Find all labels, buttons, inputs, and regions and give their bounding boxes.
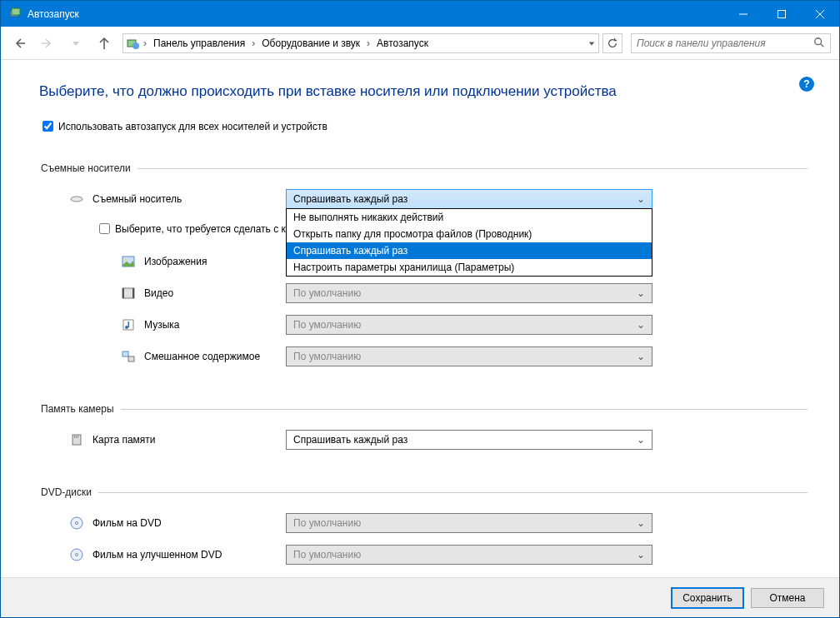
dvd-icon [69,516,84,530]
mixed-label: Смешанное содержимое [144,351,260,362]
help-icon[interactable]: ? [799,77,814,92]
chevron-down-icon: ⌄ [637,549,648,561]
refresh-button[interactable] [602,33,622,53]
dvd-enhanced-icon [69,548,84,561]
svg-point-31 [76,522,78,525]
option-ask[interactable]: Спрашивать каждый раз [287,242,652,259]
breadcrumbs: Панель управления › Оборудование и звук … [148,34,583,52]
chevron-down-icon: ⌄ [637,319,648,331]
camera-label: Карта памяти [92,434,156,446]
svg-marker-12 [588,42,593,45]
search-box[interactable] [631,33,831,53]
svg-point-13 [815,37,822,44]
chevron-down-icon: ⌄ [637,287,648,299]
option-open-folder[interactable]: Открыть папку для просмотра файлов (Пров… [287,226,652,242]
chevron-right-icon[interactable]: › [250,37,257,49]
svg-rect-19 [122,288,124,298]
svg-rect-24 [122,351,128,356]
mixed-icon [121,350,136,363]
svg-line-14 [821,43,824,47]
group-camera: Память камеры Карта памяти Спрашивать ка… [39,403,808,461]
images-icon [121,255,136,268]
dvd2-label: Фильм на улучшенном DVD [92,549,222,561]
nav-toolbar: › Панель управления › Оборудование и зву… [1,27,839,60]
svg-rect-27 [74,436,75,438]
forward-button[interactable] [38,33,58,53]
chevron-right-icon[interactable]: › [365,37,372,49]
group-dvd: DVD-диски Фильм на DVD По умолчанию⌄ Фил… [39,486,808,576]
content-area: ? Выберите, что должно происходить при в… [1,60,839,577]
svg-rect-23 [128,321,130,327]
svg-rect-28 [76,436,77,438]
breadcrumb-control-panel[interactable]: Панель управления [148,34,250,52]
music-label: Музыка [144,319,179,331]
images-label: Изображения [144,256,207,267]
mixed-combo[interactable]: По умолчанию⌄ [286,346,652,366]
music-combo[interactable]: По умолчанию⌄ [286,315,652,335]
address-bar[interactable]: › Панель управления › Оборудование и зву… [122,33,599,53]
use-autoplay-input[interactable] [42,121,53,132]
svg-rect-18 [122,288,134,298]
svg-rect-29 [78,436,78,438]
removable-dropdown: Не выполнять никаких действий Открыть па… [286,208,652,277]
group-camera-legend: Память камеры [39,403,121,415]
svg-rect-3 [778,10,786,17]
cancel-button[interactable]: Отмена [751,588,824,608]
video-combo[interactable]: По умолчанию⌄ [286,283,652,303]
video-icon [121,287,136,300]
removable-drive-icon [69,192,84,206]
chevron-down-icon: ⌄ [637,434,648,446]
maximize-button[interactable] [762,1,801,27]
svg-rect-20 [132,288,134,298]
memory-card-icon [69,433,84,446]
chevron-down-icon: ⌄ [637,517,648,529]
removable-combo-value: Спрашивать каждый раз [293,193,637,205]
svg-point-11 [132,42,139,49]
option-noaction[interactable]: Не выполнять никаких действий [287,209,652,226]
svg-marker-8 [72,42,79,46]
svg-point-17 [125,259,128,262]
recent-dropdown[interactable] [66,33,86,53]
group-removable: Съемные носители Съемный носитель Спраши… [39,162,808,378]
svg-point-22 [125,326,128,329]
save-button[interactable]: Сохранить [671,587,744,609]
footer: Сохранить Отмена [1,577,839,617]
search-icon[interactable] [813,37,827,50]
chevron-right-icon[interactable]: › [142,37,148,49]
music-icon [121,318,136,331]
minimize-button[interactable] [724,1,762,27]
address-history-dropdown[interactable] [583,34,598,52]
up-button[interactable] [94,33,114,53]
breadcrumb-hardware[interactable]: Оборудование и звук [257,34,365,52]
media-type-input[interactable] [99,223,110,234]
close-button[interactable] [801,1,839,27]
app-icon [9,7,22,21]
svg-rect-25 [128,356,134,361]
removable-combo[interactable]: Спрашивать каждый раз ⌄ Не выполнять ник… [286,189,652,209]
chevron-down-icon: ⌄ [637,193,648,205]
svg-point-15 [71,197,82,202]
breadcrumb-autoplay[interactable]: Автозапуск [372,34,433,52]
svg-point-33 [76,554,78,556]
group-removable-legend: Съемные носители [39,162,138,174]
use-autoplay-checkbox[interactable]: Использовать автозапуск для всех носител… [39,118,808,134]
svg-rect-1 [12,8,20,15]
back-button[interactable] [9,33,29,53]
chevron-down-icon: ⌄ [637,351,648,362]
page-heading: Выберите, что должно происходить при вст… [39,83,808,100]
titlebar: Автозапуск [1,1,839,27]
option-storage-settings[interactable]: Настроить параметры хранилища (Параметры… [287,259,652,276]
removable-label: Съемный носитель [92,193,182,205]
dvd-combo[interactable]: По умолчанию⌄ [286,513,652,533]
search-input[interactable] [635,37,813,50]
dvd2-combo[interactable]: По умолчанию⌄ [286,545,652,565]
use-autoplay-label: Использовать автозапуск для всех носител… [58,121,328,132]
location-icon [123,37,142,50]
video-label: Видео [144,287,173,299]
dvd-label: Фильм на DVD [92,517,162,529]
group-dvd-legend: DVD-диски [39,486,98,498]
camera-combo[interactable]: Спрашивать каждый раз⌄ [286,430,652,450]
window: Автозапуск › Панель управления › Оборудо… [0,0,840,618]
window-title: Автозапуск [28,8,724,20]
